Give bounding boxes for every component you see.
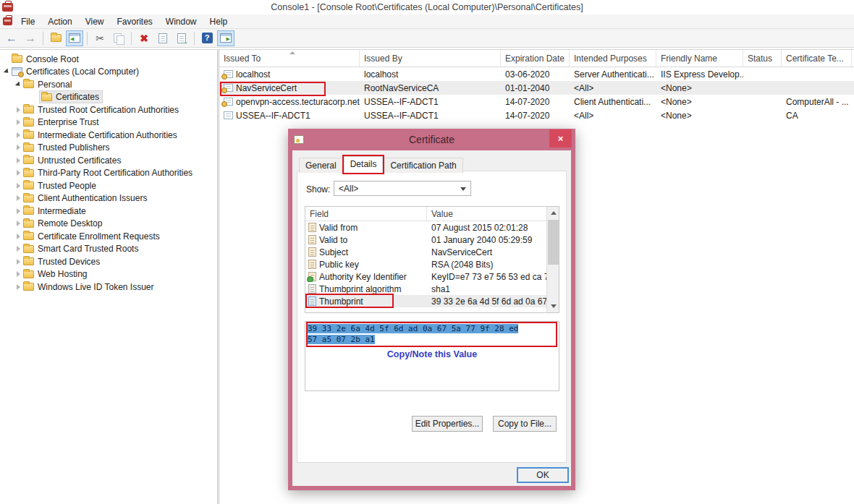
folder-icon bbox=[23, 207, 34, 215]
expander-collapsed-icon[interactable] bbox=[14, 271, 22, 277]
expander-collapsed-icon[interactable] bbox=[14, 234, 22, 239]
tree-item-untrusted-certificates[interactable]: Untrusted Certificates bbox=[0, 154, 217, 167]
show-action-pane-icon[interactable] bbox=[217, 30, 234, 46]
expander-collapsed-icon[interactable] bbox=[14, 119, 22, 125]
menu-window[interactable]: Window bbox=[159, 15, 203, 28]
folder-icon bbox=[23, 232, 34, 240]
tab-general[interactable]: General bbox=[299, 158, 343, 173]
expander-collapsed-icon[interactable] bbox=[14, 183, 22, 189]
window-title: Console1 - [Console Root\Certificates (L… bbox=[0, 2, 854, 12]
field-row-subject[interactable]: Subject NavServiceCert bbox=[305, 246, 559, 258]
tree-item-trusted-root-ca[interactable]: Trusted Root Certification Authorities bbox=[0, 103, 217, 116]
tree-item-intermediate-ca[interactable]: Intermediate Certification Authorities bbox=[0, 129, 217, 142]
tree-item-console-root[interactable]: Console Root bbox=[0, 53, 217, 66]
column-status[interactable]: Status bbox=[743, 50, 782, 67]
close-icon[interactable]: × bbox=[549, 129, 572, 148]
field-icon bbox=[308, 223, 316, 232]
field-row-thumbprint-algorithm[interactable]: Thumbprint algorithm sha1 bbox=[305, 283, 559, 295]
up-one-level-icon[interactable] bbox=[47, 30, 64, 46]
back-icon[interactable]: ← bbox=[3, 30, 20, 46]
menu-help[interactable]: Help bbox=[203, 15, 234, 28]
field-list-scrollbar[interactable] bbox=[546, 207, 559, 312]
export-list-icon[interactable] bbox=[173, 30, 190, 46]
folder-icon bbox=[23, 144, 34, 152]
tab-details[interactable]: Details bbox=[344, 156, 384, 173]
tree-item-intermediate[interactable]: Intermediate bbox=[0, 205, 217, 218]
expander-collapsed-icon[interactable] bbox=[14, 246, 22, 252]
tree-item-client-authentication-issuers[interactable]: Client Authentication Issuers bbox=[0, 192, 217, 205]
folder-icon bbox=[23, 257, 34, 265]
tree-item-personal[interactable]: Personal bbox=[0, 78, 217, 91]
menu-bar: File Action View Favorites Window Help bbox=[0, 14, 854, 29]
scroll-up-icon[interactable] bbox=[547, 207, 559, 219]
menu-favorites[interactable]: Favorites bbox=[111, 15, 159, 28]
column-value[interactable]: Value bbox=[427, 207, 559, 221]
show-dropdown[interactable]: <All> bbox=[334, 181, 471, 196]
tree-item-certificates[interactable]: Certificates bbox=[0, 91, 217, 104]
table-row-navservicecert[interactable]: NavServiceCert RootNavServiceCA 01-01-20… bbox=[219, 81, 854, 95]
tree-item-smart-card-trusted-roots[interactable]: Smart Card Trusted Roots bbox=[0, 243, 217, 256]
table-row-openvpn[interactable]: openvpn-access.tecturacorp.net USSEA--IF… bbox=[219, 95, 854, 108]
menu-file[interactable]: File bbox=[14, 15, 41, 28]
field-row-valid-to[interactable]: Valid to 01 January 2040 05:29:59 bbox=[305, 234, 559, 246]
field-row-authority-key-identifier[interactable]: Authority Key Identifier KeyID=e7 73 e7 … bbox=[305, 270, 559, 283]
column-expiration-date[interactable]: Expiration Date bbox=[501, 50, 570, 67]
column-issued-by[interactable]: Issued By bbox=[360, 50, 501, 67]
expander-expanded-icon[interactable] bbox=[14, 82, 22, 87]
menu-view[interactable]: View bbox=[79, 15, 111, 28]
column-issued-to[interactable]: Issued To bbox=[219, 50, 360, 67]
expander-collapsed-icon[interactable] bbox=[14, 158, 22, 163]
scroll-down-icon[interactable] bbox=[547, 300, 559, 312]
expander-collapsed-icon[interactable] bbox=[14, 170, 22, 176]
expander-collapsed-icon[interactable] bbox=[14, 284, 22, 290]
expander-collapsed-icon[interactable] bbox=[14, 107, 22, 113]
thumbprint-text: 39 33 2e 6a 4d 5f 6d ad 0a 67 5a 77 9f 2… bbox=[308, 323, 557, 345]
copy-icon[interactable] bbox=[110, 30, 127, 46]
tree-item-trusted-people[interactable]: Trusted People bbox=[0, 179, 217, 192]
tree-item-remote-desktop[interactable]: Remote Desktop bbox=[0, 218, 217, 231]
field-row-valid-from[interactable]: Valid from 07 August 2015 02:01:28 bbox=[305, 221, 559, 234]
tree-item-windows-live-id-token-issuer[interactable]: Windows Live ID Token Issuer bbox=[0, 281, 217, 294]
properties-icon[interactable] bbox=[154, 30, 172, 46]
delete-icon[interactable]: ✖ bbox=[135, 30, 153, 46]
table-row-localhost[interactable]: localhost localhost 03-06-2020 Server Au… bbox=[219, 67, 854, 81]
thumbprint-value-box[interactable]: 39 33 2e 6a 4d 5f 6d ad 0a 67 5a 77 9f 2… bbox=[305, 321, 559, 391]
tree-item-trusted-devices[interactable]: Trusted Devices bbox=[0, 255, 217, 268]
column-intended-purposes[interactable]: Intended Purposes bbox=[570, 50, 656, 67]
expander-expanded-icon[interactable] bbox=[3, 69, 10, 74]
tree-item-certificate-enrollment-requests[interactable]: Certificate Enrollment Requests bbox=[0, 230, 217, 243]
column-certificate-template[interactable]: Certificate Te... bbox=[782, 50, 852, 67]
expander-collapsed-icon[interactable] bbox=[14, 132, 22, 138]
column-field[interactable]: Field bbox=[305, 207, 427, 221]
mmc-menu-icon[interactable] bbox=[3, 17, 12, 25]
ok-button[interactable]: OK bbox=[517, 467, 569, 483]
tree-item-trusted-publishers[interactable]: Trusted Publishers bbox=[0, 142, 217, 155]
column-friendly-name[interactable]: Friendly Name bbox=[656, 50, 743, 67]
show-console-tree-icon[interactable] bbox=[66, 30, 83, 46]
tree-item-web-hosting[interactable]: Web Hosting bbox=[0, 268, 217, 281]
tree-item-enterprise-trust[interactable]: Enterprise Trust bbox=[0, 116, 217, 129]
extension-field-icon bbox=[308, 272, 316, 281]
expander-collapsed-icon[interactable] bbox=[14, 259, 22, 265]
table-row-ussea[interactable]: USSEA--IF-ADCT1 USSEA--IF-ADCT1 14-07-20… bbox=[219, 108, 854, 122]
expander-collapsed-icon[interactable] bbox=[14, 145, 22, 150]
tab-strip: General Details Certification Path bbox=[299, 156, 464, 173]
copy-note-annotation: Copy/Note this Value bbox=[305, 349, 559, 359]
expander-collapsed-icon[interactable] bbox=[14, 208, 22, 214]
expander-collapsed-icon[interactable] bbox=[14, 195, 22, 201]
field-row-public-key[interactable]: Public key RSA (2048 Bits) bbox=[305, 258, 559, 270]
tab-certification-path[interactable]: Certification Path bbox=[384, 158, 462, 173]
forward-icon[interactable]: → bbox=[22, 30, 39, 46]
tree-item-third-party-root-ca[interactable]: Third-Party Root Certification Authoriti… bbox=[0, 167, 217, 180]
expander-collapsed-icon[interactable] bbox=[14, 221, 22, 226]
help-icon[interactable]: ? bbox=[198, 30, 216, 46]
tree-item-certificates-local-computer[interactable]: Certificates (Local Computer) bbox=[0, 66, 217, 79]
field-row-thumbprint[interactable]: Thumbprint 39 33 2e 6a 4d 5f 6d ad 0a 67… bbox=[305, 295, 559, 307]
copy-to-file-button[interactable]: Copy to File... bbox=[493, 416, 557, 432]
scrollbar-thumb[interactable] bbox=[548, 220, 559, 265]
edit-properties-button[interactable]: Edit Properties... bbox=[412, 416, 483, 432]
menu-action[interactable]: Action bbox=[41, 15, 78, 28]
cut-icon[interactable]: ✂ bbox=[91, 30, 109, 46]
property-field-icon bbox=[308, 296, 316, 306]
toolbar-separator bbox=[131, 32, 132, 45]
